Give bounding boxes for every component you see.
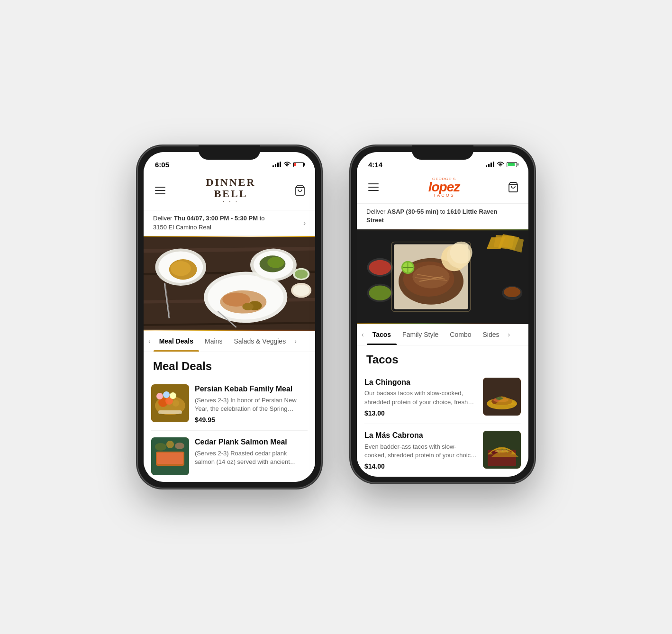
tab-next-arrow[interactable]: › bbox=[505, 325, 513, 344]
tab-prev-arrow[interactable]: ‹ bbox=[145, 332, 154, 351]
svg-point-57 bbox=[450, 241, 472, 263]
delivery-info: Deliver ASAP (30-55 min) to 1610 Little … bbox=[366, 208, 519, 225]
menu-item-image bbox=[151, 437, 189, 475]
svg-point-40 bbox=[175, 443, 184, 449]
delivery-bar[interactable]: Deliver ASAP (30-55 min) to 1610 Little … bbox=[357, 203, 528, 229]
section-title-tacos: Tacos bbox=[357, 345, 528, 371]
logo-sub-text: · · · bbox=[206, 199, 256, 204]
app-logo-lopez: GEORGE'S lopez TACOS bbox=[428, 177, 460, 198]
hero-art-svg bbox=[144, 236, 315, 331]
hero-image bbox=[144, 236, 315, 331]
battery-icon bbox=[507, 162, 517, 167]
menu-item-info: La Chingona Our badass tacos with slow-c… bbox=[364, 378, 477, 417]
svg-point-21 bbox=[293, 285, 309, 296]
notch bbox=[199, 145, 260, 160]
phone-screen: 4:14 bbox=[357, 152, 528, 477]
menu-item-info: Persian Kebab Family Meal (Serves 2-3) I… bbox=[195, 384, 308, 424]
menu-item-persian[interactable]: Persian Kebab Family Meal (Serves 2-3) I… bbox=[151, 378, 308, 431]
menu-item-price: $14.00 bbox=[364, 462, 477, 470]
delivery-prefix: Deliver bbox=[153, 215, 174, 222]
notch bbox=[412, 145, 473, 160]
section-title-meal-deals: Meal Deals bbox=[144, 352, 315, 378]
phone-lopez-tacos: 4:14 bbox=[350, 145, 535, 483]
signal-icon bbox=[272, 162, 281, 167]
delivery-date: Thu 04/07, 3:00 PM - 5:30 PM bbox=[174, 215, 258, 222]
tab-combo[interactable]: Combo bbox=[444, 324, 477, 345]
app-header: DINNERBELL · · · bbox=[144, 173, 315, 210]
menu-item-la-mas-cabrona[interactable]: La Más Cabrona Even badder-ass tacos wit… bbox=[364, 424, 521, 477]
svg-point-31 bbox=[173, 400, 179, 407]
deliver-label: Deliver bbox=[366, 208, 387, 215]
svg-point-61 bbox=[369, 285, 391, 300]
svg-point-23 bbox=[295, 269, 308, 279]
delivery-info: Deliver Thu 04/07, 3:00 PM - 5:30 PM to … bbox=[153, 214, 303, 231]
menu-item-info: La Más Cabrona Even badder-ass tacos wit… bbox=[364, 431, 477, 470]
menu-item-name: La Chingona bbox=[364, 378, 477, 388]
menu-item-la-chingona[interactable]: La Chingona Our badass tacos with slow-c… bbox=[364, 371, 521, 424]
hamburger-menu-button[interactable] bbox=[366, 181, 381, 193]
menu-list: Persian Kebab Family Meal (Serves 2-3) I… bbox=[144, 378, 315, 482]
status-time: 6:05 bbox=[155, 161, 169, 169]
cart-icon[interactable] bbox=[508, 181, 519, 193]
svg-point-33 bbox=[156, 393, 163, 399]
tab-family-style[interactable]: Family Style bbox=[397, 324, 444, 345]
hamburger-menu-button[interactable] bbox=[153, 185, 167, 196]
svg-rect-38 bbox=[157, 453, 183, 464]
app-header: GEORGE'S lopez TACOS bbox=[357, 173, 528, 203]
svg-point-11 bbox=[242, 303, 253, 310]
menu-item-price: $49.95 bbox=[195, 416, 308, 424]
tab-tacos[interactable]: Tacos bbox=[367, 324, 397, 345]
svg-point-19 bbox=[267, 257, 284, 268]
menu-item-price: $13.00 bbox=[364, 409, 477, 417]
svg-point-67 bbox=[504, 287, 520, 297]
signal-icon bbox=[486, 162, 494, 167]
wifi-icon bbox=[283, 161, 291, 168]
menu-item-name: La Más Cabrona bbox=[364, 431, 477, 441]
menu-item-image bbox=[483, 431, 521, 469]
menu-item-image bbox=[483, 378, 521, 416]
phone-screen: 6:05 bbox=[144, 152, 315, 482]
menu-item-info: Cedar Plank Salmon Meal (Serves 2-3) Roa… bbox=[195, 437, 308, 475]
svg-point-15 bbox=[171, 261, 191, 276]
cart-icon[interactable] bbox=[294, 185, 306, 196]
delivery-address: 3150 El Camino Real bbox=[153, 224, 211, 231]
delivery-to: to bbox=[438, 208, 447, 215]
phone-dinner-bell: 6:05 bbox=[137, 145, 322, 489]
delivery-asap: ASAP (30-55 min) bbox=[387, 208, 438, 215]
app-logo: DINNERBELL · · · bbox=[206, 177, 256, 204]
phones-container: 6:05 bbox=[137, 145, 535, 489]
battery-icon bbox=[293, 162, 304, 167]
menu-item-desc: Our badass tacos with slow-cooked, shred… bbox=[364, 389, 477, 406]
lopez-logo-text: lopez bbox=[428, 181, 460, 193]
menu-item-name: Cedar Plank Salmon Meal bbox=[195, 437, 308, 447]
status-time: 4:14 bbox=[368, 161, 382, 169]
hero-art-svg bbox=[357, 229, 528, 324]
menu-list: La Chingona Our badass tacos with slow-c… bbox=[357, 371, 528, 477]
tab-salads-veggies[interactable]: Salads & Veggies bbox=[228, 331, 291, 352]
tab-meal-deals[interactable]: Meal Deals bbox=[154, 331, 199, 352]
menu-item-desc: (Serves 2-3) In honor of Persian New Yea… bbox=[195, 396, 308, 413]
category-tabs: ‹ Tacos Family Style Combo Sides › bbox=[357, 324, 528, 345]
delivery-suffix: to bbox=[258, 215, 264, 222]
tab-mains[interactable]: Mains bbox=[199, 331, 228, 352]
svg-point-39 bbox=[155, 443, 166, 451]
svg-point-34 bbox=[163, 391, 170, 398]
delivery-bar[interactable]: Deliver Thu 04/07, 3:00 PM - 5:30 PM to … bbox=[144, 210, 315, 235]
category-tabs: ‹ Meal Deals Mains Salads & Veggies › bbox=[144, 331, 315, 352]
menu-item-name: Persian Kebab Family Meal bbox=[195, 384, 308, 394]
svg-point-35 bbox=[170, 392, 176, 399]
menu-item-image bbox=[151, 384, 189, 422]
svg-point-41 bbox=[166, 441, 174, 448]
status-icons bbox=[272, 161, 304, 168]
menu-item-salmon[interactable]: Cedar Plank Salmon Meal (Serves 2-3) Roa… bbox=[151, 431, 308, 482]
tab-prev-arrow[interactable]: ‹ bbox=[359, 325, 367, 344]
menu-item-desc: Even badder-ass tacos with slow-cooked, … bbox=[364, 443, 477, 460]
hero-image bbox=[357, 229, 528, 324]
status-icons bbox=[486, 161, 517, 168]
logo-main-text: DINNERBELL bbox=[206, 177, 256, 199]
menu-item-desc: (Serves 2-3) Roasted cedar plank salmon … bbox=[195, 449, 308, 466]
tab-sides[interactable]: Sides bbox=[477, 324, 505, 345]
svg-point-59 bbox=[369, 260, 391, 274]
svg-rect-32 bbox=[158, 410, 182, 414]
tab-next-arrow[interactable]: › bbox=[291, 332, 300, 351]
